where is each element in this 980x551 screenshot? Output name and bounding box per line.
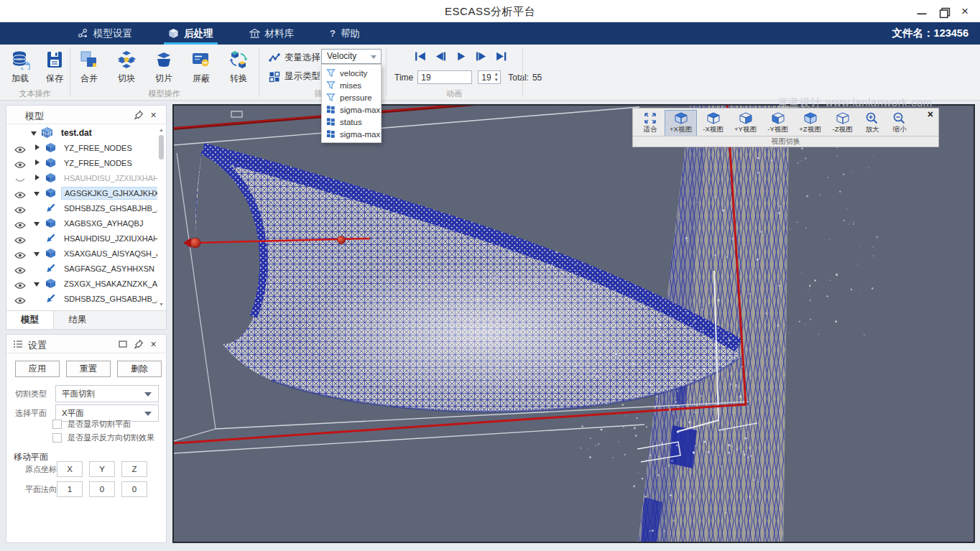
eye-visible-icon[interactable] <box>14 204 26 213</box>
menu-postprocess[interactable]: 后处理 <box>158 22 223 45</box>
normal-x-field[interactable] <box>57 481 83 497</box>
tree-row[interactable]: AGSGKJKG_GJHXAJKHXA <box>6 185 157 200</box>
tree-row[interactable]: SDHSBJZS_GHSABJHB_ZAHU <box>6 200 157 216</box>
tree-node-label[interactable]: SDHSBJZS_GHSABJHB_ZAHU <box>61 203 157 214</box>
eye-hidden-icon[interactable] <box>14 174 26 182</box>
tree-node-label[interactable]: ZSXGX_HSAKAZNZXK_AHASX <box>61 278 157 290</box>
variable-combobox[interactable]: Velocity <box>321 49 382 64</box>
dropdown-option[interactable]: sigma-max <box>322 128 381 140</box>
tree-node-label[interactable]: SDHSBJZS_GHSABJHB_ZAHU <box>61 293 157 305</box>
delete-button[interactable]: 删除 <box>117 361 162 377</box>
time-input[interactable] <box>417 70 472 84</box>
tree-row[interactable]: SAGFASGZ_ASYHHXSN <box>6 261 157 276</box>
tab-result[interactable]: 结果 <box>54 311 101 329</box>
close-icon[interactable]: × <box>928 108 933 120</box>
apply-button[interactable]: 应用 <box>15 361 60 377</box>
maximize-icon[interactable] <box>118 339 129 350</box>
eye-visible-icon[interactable] <box>14 295 26 303</box>
zoom-in-button[interactable]: 放大 <box>859 110 886 136</box>
tree-row[interactable]: YZ_FREE_NODES <box>6 140 157 155</box>
tree-row[interactable]: XAGBSXG_AYHAQBJ <box>6 216 157 231</box>
tree-row[interactable]: test.dat <box>6 125 157 140</box>
view-minus-y-button[interactable]: -Y视图 <box>762 110 794 136</box>
cut-type-select[interactable]: 平面切割 <box>55 385 159 402</box>
fit-view-button[interactable]: 适合 <box>636 110 665 136</box>
load-button[interactable]: 加载 <box>3 46 37 85</box>
tree-node-label[interactable]: HSAUHDISU_JZXIUXHAHX <box>61 172 157 184</box>
cut-block-button[interactable]: 切块 <box>109 46 144 85</box>
close-icon[interactable]: × <box>148 110 159 121</box>
convert-button[interactable]: 转换 <box>221 46 256 85</box>
reverse-cut-checkbox[interactable] <box>52 433 62 443</box>
eye-visible-icon[interactable] <box>14 159 26 167</box>
eye-visible-icon[interactable] <box>14 264 26 273</box>
scroll-down-icon[interactable]: ▼ <box>158 301 165 307</box>
tree-node-label[interactable]: XSAXGAUS_AISYAQSH_ASHX <box>61 248 157 259</box>
tree-node-label[interactable]: HSAUHDISU_JZXIUXHAHX <box>61 233 157 244</box>
restore-icon[interactable] <box>938 5 951 18</box>
expander-down-icon[interactable] <box>34 220 41 227</box>
expander-right-icon[interactable] <box>34 159 41 167</box>
eye-visible-icon[interactable] <box>14 249 26 258</box>
skip-end-button[interactable] <box>495 52 507 61</box>
expander-right-icon[interactable] <box>34 175 41 182</box>
dropdown-option[interactable]: status <box>322 116 381 128</box>
variable-select-button[interactable]: 变量选择 <box>269 52 320 64</box>
save-button[interactable]: 保存 <box>37 46 72 85</box>
mask-button[interactable]: 屏蔽 <box>184 46 218 85</box>
menu-model-setup[interactable]: 模型设置 <box>68 22 142 45</box>
skip-start-button[interactable] <box>415 52 427 61</box>
expander-right-icon[interactable] <box>34 144 41 152</box>
view-plus-y-button[interactable]: +Y视图 <box>729 110 762 136</box>
eye-visible-icon[interactable] <box>14 189 26 198</box>
step-forward-button[interactable] <box>475 52 487 61</box>
slice-button[interactable]: 切片 <box>147 46 181 85</box>
tree-node-label[interactable]: test.dat <box>58 126 95 139</box>
scroll-up-icon[interactable]: ▲ <box>158 126 165 133</box>
pin-icon[interactable] <box>134 339 144 350</box>
tree-node-label[interactable]: XAGBSXG_AYHAQBJ <box>61 218 146 229</box>
merge-button[interactable]: 合并 <box>72 46 106 85</box>
dropdown-option[interactable]: sigma-max <box>322 103 381 116</box>
spin-down-icon[interactable]: ▼ <box>493 78 499 83</box>
step-back-button[interactable] <box>435 52 447 61</box>
origin-z-field[interactable] <box>121 461 147 477</box>
tree-node-label[interactable]: YZ_FREE_NODES <box>61 142 135 154</box>
view-plus-z-button[interactable]: +Z视图 <box>794 110 826 136</box>
expander-down-icon[interactable] <box>34 280 41 287</box>
minimize-icon[interactable] <box>915 5 928 18</box>
tree-node-label[interactable]: SAGFASGZ_ASYHHXSN <box>61 263 157 274</box>
expander-down-icon[interactable] <box>34 190 41 197</box>
origin-y-field[interactable] <box>89 461 115 477</box>
probe-handle-mid[interactable] <box>338 236 346 244</box>
expander-down-icon[interactable] <box>31 129 38 136</box>
spin-up-icon[interactable]: ▲ <box>493 72 499 77</box>
reset-button[interactable]: 重置 <box>66 361 111 377</box>
eye-visible-icon[interactable] <box>14 234 26 243</box>
view-minus-x-button[interactable]: -X视图 <box>697 110 729 136</box>
tree-row[interactable]: YZ_FREE_NODES <box>6 155 157 170</box>
menu-material-lib[interactable]: 材料库 <box>239 22 305 45</box>
pin-icon[interactable] <box>134 110 144 121</box>
normal-z-field[interactable] <box>121 481 147 497</box>
origin-x-field[interactable] <box>57 461 83 477</box>
tree-row[interactable]: XSAXGAUS_AISYAQSH_ASHX <box>6 246 157 261</box>
play-button[interactable] <box>455 52 467 61</box>
dropdown-option[interactable]: perssure <box>322 91 381 103</box>
normal-y-field[interactable] <box>89 481 115 497</box>
probe-handle-start[interactable] <box>190 238 200 248</box>
menu-help[interactable]: ? 帮助 <box>320 22 370 45</box>
eye-visible-icon[interactable] <box>14 144 26 152</box>
tree-row[interactable]: HSAUHDISU_JZXIUXHAHX <box>6 170 157 185</box>
zoom-out-button[interactable]: 缩小 <box>886 110 913 136</box>
tree-node-label[interactable]: AGSGKJKG_GJHXAJKHXA <box>61 187 157 200</box>
tree-row[interactable]: HSAUHDISU_JZXIUXHAHX <box>6 231 157 246</box>
display-type-button[interactable]: 显示类型 <box>269 70 320 83</box>
tree-row[interactable]: ZSXGX_HSAKAZNZXK_AHASX <box>6 276 157 291</box>
scrollbar-thumb[interactable] <box>159 135 164 159</box>
close-icon[interactable]: × <box>148 339 159 350</box>
tree-node-label[interactable]: YZ_FREE_NODES <box>61 157 135 169</box>
view-plus-x-button[interactable]: +X视图 <box>665 110 697 136</box>
show-cut-plane-checkbox[interactable] <box>52 420 62 429</box>
eye-visible-icon[interactable] <box>14 279 26 288</box>
